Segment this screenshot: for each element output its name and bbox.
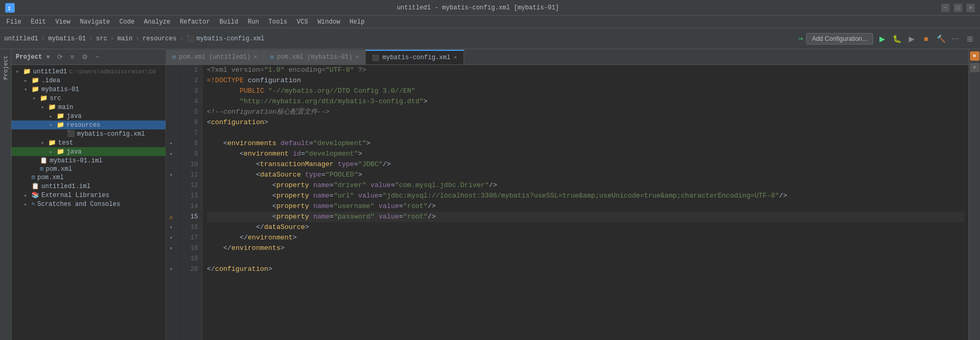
breadcrumb-untitled1[interactable]: untitled1 xyxy=(4,35,38,42)
project-tool-tab[interactable]: Project xyxy=(0,49,12,340)
breadcrumb-xml-icon: ⬛ xyxy=(186,35,194,42)
gutter-fold-9[interactable]: ▾ xyxy=(166,149,176,159)
code-line-12: <property name="driver" value="com.mysql… xyxy=(207,180,964,191)
menu-code[interactable]: Code xyxy=(115,17,139,27)
folder-icon-resources: 📁 xyxy=(57,121,64,129)
breadcrumb-mybatis01[interactable]: mybatis-01 xyxy=(48,35,86,42)
tree-item-mybatis-config[interactable]: ▸ ⬛ mybatis-config.xml xyxy=(12,129,166,138)
tree-item-java-test[interactable]: ▸ 📁 java xyxy=(12,147,166,156)
code-line-18: </environments> xyxy=(207,243,964,254)
tree-arrow-external-libs: ▸ xyxy=(24,192,30,199)
navigate-icon[interactable]: ⇒ xyxy=(798,34,802,43)
run-button[interactable]: ▶ xyxy=(876,33,888,45)
tree-item-test[interactable]: ▾ 📁 test xyxy=(12,138,166,147)
menu-run[interactable]: Run xyxy=(244,17,263,27)
tree-label-resources: resources xyxy=(67,122,101,129)
bookmarks-button[interactable]: ⊞ xyxy=(964,33,976,45)
project-settings-button[interactable]: ⚙ xyxy=(80,52,90,62)
breadcrumb-src[interactable]: src xyxy=(96,35,107,42)
gutter-fold-18[interactable]: ▾ xyxy=(166,243,176,254)
stop-button[interactable]: ■ xyxy=(920,33,932,45)
menu-build[interactable]: Build xyxy=(215,17,243,27)
run-with-coverage-button[interactable]: ▶ xyxy=(906,33,917,45)
gutter-fold-16[interactable]: ▾ xyxy=(166,222,176,233)
menu-bar: File Edit View Navigate Code Analyze Ref… xyxy=(0,16,980,28)
tree-item-untitled1[interactable]: ▾ 📁 untitled1 C:\Users\Administrator\Id xyxy=(12,67,166,76)
tree-item-mybatis01-iml[interactable]: ▸ 📋 mybatis-01.iml xyxy=(12,156,166,165)
maximize-button[interactable]: □ xyxy=(954,4,962,12)
tree-label-scratches: Scratches and Consoles xyxy=(37,201,120,208)
mybatis-plugin-badge[interactable]: m xyxy=(970,51,979,61)
line-num-4: 4 xyxy=(179,96,198,107)
tree-item-src[interactable]: ▾ 📁 src xyxy=(12,94,166,103)
code-line-1: <?xml version="1.0" encoding="UTF-8" ?> xyxy=(207,65,964,75)
menu-navigate[interactable]: Navigate xyxy=(75,17,114,27)
gutter-fold-20[interactable]: ▾ xyxy=(166,264,176,275)
tree-item-pom-root[interactable]: ▸ m pom.xml xyxy=(12,173,166,182)
gutter-fold-17[interactable]: ▾ xyxy=(166,233,176,243)
gutter-fold-11[interactable]: ▾ xyxy=(166,170,176,180)
folder-icon-main: 📁 xyxy=(48,103,56,111)
project-collapse-button[interactable]: ≡ xyxy=(68,52,77,62)
code-line-2: <!DOCTYPE configuration xyxy=(207,75,964,86)
project-dropdown-icon[interactable]: ▼ xyxy=(46,54,50,60)
tree-item-scratches[interactable]: ▸ ✎ Scratches and Consoles xyxy=(12,200,166,209)
editor-tabs: m pom.xml (untitled1) × m pom.xml (mybat… xyxy=(166,49,968,65)
code-line-20: </configuration> xyxy=(207,264,964,275)
debug-button[interactable]: 🐛 xyxy=(891,33,902,45)
tree-label-untitled1-iml: untitled1.iml xyxy=(41,183,91,190)
breadcrumb-resources[interactable]: resources xyxy=(142,35,177,42)
minimize-button[interactable]: − xyxy=(941,4,950,12)
breadcrumb-current-file[interactable]: mybatis-config.xml xyxy=(196,35,265,42)
menu-window[interactable]: Window xyxy=(313,17,344,27)
close-button[interactable]: × xyxy=(966,4,975,12)
tab-close-pom-untitled1[interactable]: × xyxy=(254,54,257,60)
tab-pom-mybatis01[interactable]: m pom.xml (mybatis-01) × xyxy=(264,50,366,64)
gutter-line-1 xyxy=(166,65,176,75)
menu-file[interactable]: File xyxy=(2,17,26,27)
project-tab-label[interactable]: Project xyxy=(2,51,10,84)
tree-label-external-libs: External Libraries xyxy=(41,192,109,199)
tree-label-mybatis01-iml: mybatis-01.iml xyxy=(50,157,103,164)
tree-item-pom-mybatis01[interactable]: ▸ m pom.xml xyxy=(12,165,166,173)
menu-edit[interactable]: Edit xyxy=(27,17,50,27)
tree-item-mybatis01[interactable]: ▾ 📁 mybatis-01 xyxy=(12,85,166,94)
tab-mybatis-config[interactable]: ⬛ mybatis-config.xml × xyxy=(366,50,464,64)
add-configuration-button[interactable]: Add Configuration... xyxy=(806,33,873,45)
tab-label-pom-untitled1: pom.xml (untitled1) xyxy=(179,53,251,61)
tree-arrow-test: ▾ xyxy=(41,140,47,146)
right-sidebar-close-icon[interactable]: × xyxy=(970,63,979,72)
menu-help[interactable]: Help xyxy=(345,17,369,27)
tab-pom-untitled1[interactable]: m pom.xml (untitled1) × xyxy=(166,50,264,64)
tab-close-mybatis-config[interactable]: × xyxy=(454,54,457,61)
project-panel-title: Project xyxy=(16,53,42,61)
tree-label-java-test: java xyxy=(67,148,82,156)
menu-tools[interactable]: Tools xyxy=(265,17,292,27)
code-content[interactable]: <?xml version="1.0" encoding="UTF-8" ?> … xyxy=(203,65,968,340)
tree-item-untitled1-iml[interactable]: ▸ 📋 untitled1.iml xyxy=(12,182,166,191)
project-hide-button[interactable]: − xyxy=(93,52,102,62)
tree-item-java[interactable]: ▸ 📁 java xyxy=(12,112,166,120)
tree-arrow-java: ▸ xyxy=(49,113,56,119)
tab-close-pom-mybatis01[interactable]: × xyxy=(356,54,359,60)
code-editor[interactable]: ▾ ▾ ▾ ⚠ ▾ ▾ ▾ ▾ 1 2 3 4 xyxy=(166,65,968,340)
warning-icon-15: ⚠ xyxy=(169,213,173,221)
file-icon-mybatis01-iml: 📋 xyxy=(40,157,48,164)
code-line-4: "http://mybatis.org/dtd/mybatis-3-config… xyxy=(207,96,964,107)
tree-item-external-libs[interactable]: ▸ 📚 External Libraries xyxy=(12,191,166,200)
menu-view[interactable]: View xyxy=(51,17,75,27)
menu-vcs[interactable]: VCS xyxy=(293,17,313,27)
build-button[interactable]: 🔨 xyxy=(935,33,946,45)
gutter-fold-8[interactable]: ▾ xyxy=(166,138,176,149)
gutter-line-6 xyxy=(166,117,176,128)
tree-item-resources[interactable]: ▾ 📁 resources xyxy=(12,120,166,129)
menu-refactor[interactable]: Refactor xyxy=(175,17,214,27)
gutter-line-12 xyxy=(166,180,176,191)
menu-analyze[interactable]: Analyze xyxy=(140,17,174,27)
breadcrumb-main[interactable]: main xyxy=(117,35,133,42)
project-sync-button[interactable]: ⟳ xyxy=(55,52,64,62)
code-line-17: </environment> xyxy=(207,233,964,243)
tree-item-idea[interactable]: ▸ 📁 .idea xyxy=(12,76,166,85)
tree-item-main[interactable]: ▾ 📁 main xyxy=(12,103,166,112)
more-actions-button[interactable]: ⋯ xyxy=(950,33,961,45)
